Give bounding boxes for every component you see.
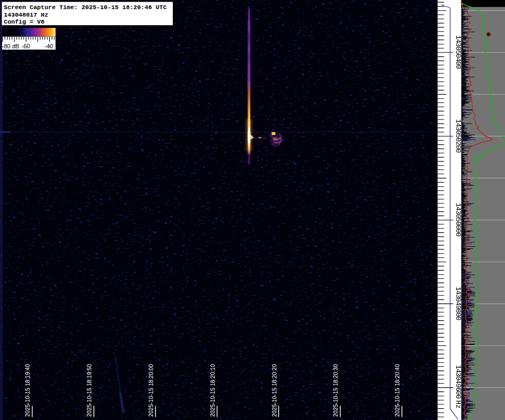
svg-text:2025-10-15 18:20:20: 2025-10-15 18:20:20 xyxy=(271,364,277,417)
svg-text:143049800: 143049800 xyxy=(454,286,462,320)
svg-text:2025-10-15 18:20:30: 2025-10-15 18:20:30 xyxy=(332,364,339,417)
svg-text:2025-10-15 18:20:40: 2025-10-15 18:20:40 xyxy=(394,364,400,417)
svg-text:Screen Capture Time: 2025-10-1: Screen Capture Time: 2025-10-15 18:20:46… xyxy=(4,4,167,11)
svg-text:143049600: 143049600 xyxy=(454,365,462,399)
svg-text:-60: -60 xyxy=(21,43,30,49)
svg-text:-40: -40 xyxy=(45,43,53,49)
svg-text:143050400: 143050400 xyxy=(454,35,462,69)
svg-text:143048017 Hz: 143048017 Hz xyxy=(4,11,48,18)
svg-text:2025-10-15 18:20:00: 2025-10-15 18:20:00 xyxy=(148,364,154,417)
svg-text:143050200: 143050200 xyxy=(454,119,462,153)
svg-text:Config = V8: Config = V8 xyxy=(4,18,45,25)
svg-text:143050000: 143050000 xyxy=(454,203,462,237)
svg-text:-80 dB: -80 dB xyxy=(2,43,19,49)
svg-text:2025-10-15 18:19:40: 2025-10-15 18:19:40 xyxy=(24,364,31,417)
svg-text:2025-10-15 18:19:50: 2025-10-15 18:19:50 xyxy=(86,364,92,417)
svg-text:Hz: Hz xyxy=(454,400,462,409)
svg-text:2025-10-15 18:20:10: 2025-10-15 18:20:10 xyxy=(209,364,216,417)
